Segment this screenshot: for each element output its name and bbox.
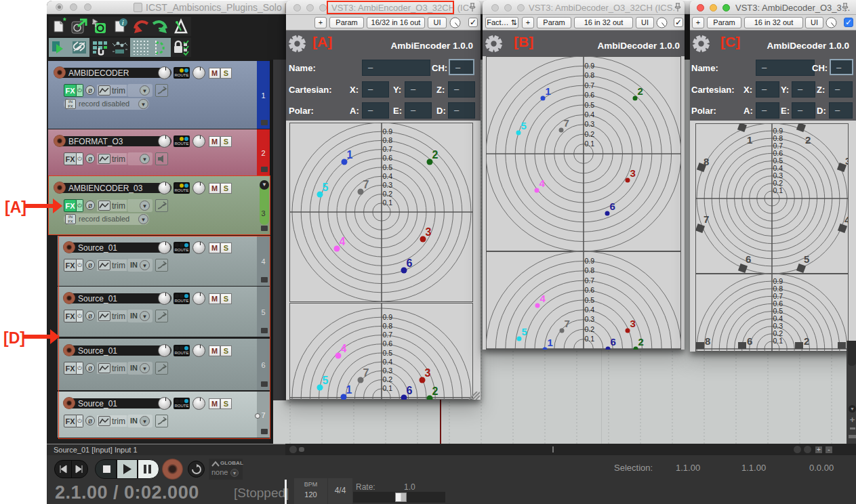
svg-text:3: 3 [426, 226, 432, 238]
svg-text:5: 5 [522, 326, 527, 337]
svg-text:4: 4 [540, 293, 546, 304]
svg-text:4: 4 [341, 343, 347, 354]
svg-text:5: 5 [323, 375, 329, 386]
svg-text:3: 3 [845, 155, 849, 167]
svg-text:4: 4 [844, 214, 849, 226]
svg-text:6: 6 [407, 257, 413, 269]
svg-text:4: 4 [340, 236, 346, 247]
svg-text:8: 8 [705, 335, 710, 347]
svg-text:7: 7 [363, 367, 369, 379]
svg-text:2: 2 [804, 335, 809, 347]
svg-text:7: 7 [363, 179, 369, 190]
svg-text:3: 3 [425, 367, 431, 379]
svg-text:4: 4 [539, 177, 546, 189]
svg-text:5: 5 [804, 253, 809, 265]
svg-text:6: 6 [611, 336, 616, 348]
svg-text:2: 2 [805, 134, 811, 146]
svg-text:2: 2 [432, 385, 439, 397]
svg-text:3: 3 [630, 318, 636, 329]
svg-text:6: 6 [407, 385, 413, 396]
svg-text:1: 1 [346, 384, 352, 396]
svg-text:1: 1 [546, 85, 551, 97]
svg-text:8: 8 [704, 156, 709, 167]
svg-text:*: * [63, 17, 66, 26]
svg-text:5: 5 [521, 120, 527, 131]
svg-text:5: 5 [323, 182, 329, 193]
svg-text:7: 7 [565, 318, 570, 329]
svg-text:2: 2 [638, 85, 643, 97]
svg-text:7: 7 [564, 117, 569, 129]
svg-text:6: 6 [746, 253, 751, 265]
svg-text:1: 1 [548, 337, 553, 348]
svg-text:1: 1 [747, 134, 752, 146]
svg-text:1: 1 [347, 149, 353, 161]
svg-text:6: 6 [747, 335, 752, 347]
svg-text:6: 6 [610, 201, 615, 212]
svg-text:7: 7 [704, 213, 709, 225]
svg-text:2: 2 [638, 336, 644, 348]
svg-text:2: 2 [432, 149, 439, 161]
svg-text:3: 3 [630, 167, 636, 179]
